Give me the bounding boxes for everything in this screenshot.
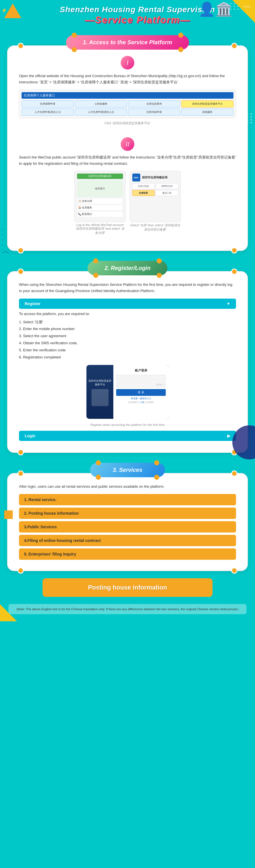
wechat-mock-2: SBC 深圳市住房和建设局 住房公积金 保障性住房 住房租赁 建设工程 Sele… — [130, 171, 181, 233]
step-roman-2: II — [121, 137, 134, 151]
step-item-4: 4. Obtain the SMS verification code, — [19, 340, 236, 347]
service-btn-2[interactable]: 2. Posting house information — [19, 507, 236, 519]
section-2-wrapper: 2. Register/Login When using the Shenzhe… — [7, 261, 248, 453]
service-label-4: 4.Filing of online housing rental contra… — [24, 538, 101, 543]
divider-1: · · · · · · · · · · · · · · · — [19, 131, 236, 135]
step1-caption: Click '深圳住房租赁监管服务平台' — [19, 121, 236, 125]
step2-content: Search the WeChat public account '深圳市住房和… — [19, 154, 236, 167]
footer-text: (Note: The above English text is for the… — [14, 608, 241, 611]
login-form-mock: 深圳市住房租赁监管服务平台 账户登录 Ar1y ✓ 登 录 粤省事一键登录入口 … — [87, 365, 168, 419]
login-form-caption: Register when accessing the platform for… — [19, 423, 236, 427]
service-btn-5[interactable]: 5. Enterprises' filing inquiry — [19, 549, 236, 560]
service-label-1: 1. Rental service. — [24, 497, 56, 502]
register-steps-list: 1. Select '注册' 2. Enter the mobile phone… — [19, 319, 236, 361]
yellow-sq-1 — [4, 510, 13, 519]
section-1-wrapper: 1. Access to the Service Platform I Open… — [7, 35, 248, 251]
login-button[interactable]: Login ▶ — [19, 431, 236, 441]
step-item-2: 2. Enter the mobile phone number — [19, 326, 236, 333]
section1-title: 1. Access to the Service Platform — [83, 39, 172, 45]
register-arrow: ▼ — [226, 302, 230, 306]
login-arrow: ▶ — [227, 434, 230, 438]
service-label-5: 5. Enterprises' filing inquiry — [24, 552, 76, 556]
step-item-1: 1. Select '注册' — [19, 319, 236, 326]
service-label-2: 2. Posting house information — [24, 511, 79, 516]
service-btn-4[interactable]: 4.Filing of online housing rental contra… — [19, 535, 236, 546]
caption-wechat-2: Select '住房' then select '深圳租房住房合同登记备案' — [130, 223, 181, 232]
login-label: Login — [25, 434, 35, 438]
service-btn-3[interactable]: 3.Public Services — [19, 521, 236, 532]
section3-title: 3. Services — [113, 467, 142, 473]
caption-wechat-1: Log in the official WeChat account '深圳市住… — [74, 223, 126, 235]
posting-house-label: Posting house information — [51, 584, 204, 591]
register-button[interactable]: Register ▼ — [19, 299, 236, 309]
person-decoration: 👤🏛️ — [198, 1, 232, 17]
register-label: Register — [25, 302, 40, 306]
steps-title: To access the platform, you are required… — [19, 312, 236, 316]
footer-note: (Note: The above English text is for the… — [8, 604, 247, 614]
platform-website-mock: 住房保障个人服务窗口 住房保障申请 公积金服务 住房信息查询 深圳住房租赁监管服… — [19, 90, 236, 118]
step-item-3: 3. Select the user agreement — [19, 333, 236, 340]
section2-content: When using the Shenzhen Housing Rental S… — [19, 282, 236, 294]
step-1-ii: II Search the WeChat public account '深圳市… — [19, 137, 236, 236]
right-deco-dots: for(let i=0;i<20;i++) document.write('<s… — [236, 114, 253, 123]
step-roman-1: I — [121, 56, 134, 69]
wechat-mock-1: 深圳市住房和建设局 城市图片 📋 业务办理 🏠 住房服务 📞 联系我们 Log … — [74, 171, 126, 236]
step-item-6: 6. Registration completed — [19, 354, 236, 361]
section3-content: After login, users can use all rental se… — [19, 484, 236, 490]
left-deco-arrows: ››››› — [1, 227, 3, 252]
section2-title: 2. Register/Login — [104, 265, 151, 271]
step1-content: Open the official website of the Housing… — [19, 73, 236, 85]
service-label-3: 3.Public Services — [24, 525, 57, 529]
step-1-i: I Open the official website of the Housi… — [19, 56, 236, 125]
posting-house-highlight: Posting house information — [42, 578, 213, 597]
section-3-wrapper: 3. Services After login, users can use a… — [7, 463, 248, 571]
service-btn-1[interactable]: 1. Rental service. — [19, 494, 236, 505]
step-item-5: 5. Enter the verification code — [19, 347, 236, 354]
